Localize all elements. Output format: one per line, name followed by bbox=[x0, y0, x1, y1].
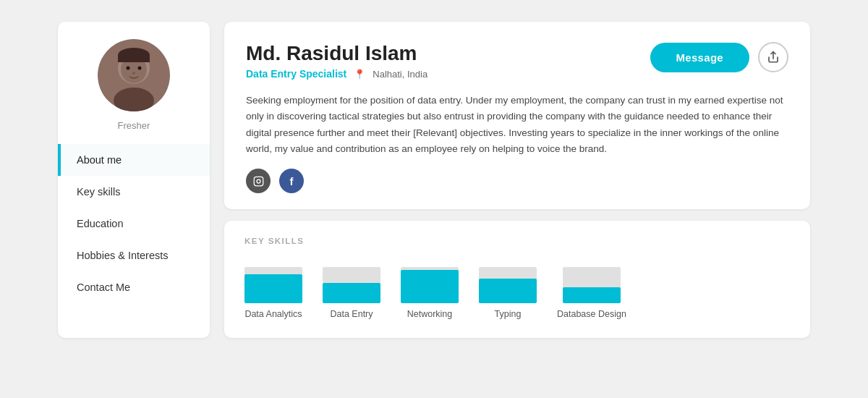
profile-role: Data Entry Specialist bbox=[246, 68, 346, 80]
skill-label-data-analytics: Data Analytics bbox=[244, 309, 302, 319]
skill-data-analytics: Data Analytics bbox=[244, 260, 302, 319]
skill-bar-typing bbox=[479, 260, 537, 303]
sidebar-item-hobbies[interactable]: Hobbies & Interests bbox=[58, 240, 210, 271]
skill-bar-database-design bbox=[563, 260, 621, 303]
message-button[interactable]: Message bbox=[650, 43, 749, 72]
svg-point-6 bbox=[127, 67, 130, 70]
skill-label-typing: Typing bbox=[495, 309, 522, 319]
fresher-label: Fresher bbox=[118, 120, 150, 131]
profile-card: Md. Rasidul Islam Data Entry Specialist … bbox=[224, 22, 810, 209]
facebook-icon: f bbox=[290, 175, 294, 187]
instagram-icon bbox=[253, 176, 264, 187]
profile-actions: Message bbox=[650, 42, 788, 72]
skills-grid: Data Analytics Data Entry Netw bbox=[244, 260, 790, 319]
profile-bio: Seeking employment for the position of d… bbox=[246, 93, 788, 157]
svg-point-8 bbox=[132, 72, 135, 75]
skill-database-design: Database Design bbox=[557, 260, 626, 319]
svg-point-7 bbox=[138, 67, 142, 70]
skill-label-networking: Networking bbox=[407, 309, 453, 319]
skills-section-title: KEY SKILLS bbox=[244, 237, 790, 245]
main-content: Md. Rasidul Islam Data Entry Specialist … bbox=[224, 22, 810, 338]
svg-point-12 bbox=[260, 178, 261, 179]
skill-typing: Typing bbox=[479, 260, 537, 319]
profile-name: Md. Rasidul Islam bbox=[246, 42, 427, 65]
facebook-button[interactable]: f bbox=[279, 169, 304, 193]
profile-info: Md. Rasidul Islam Data Entry Specialist … bbox=[246, 42, 427, 88]
avatar bbox=[98, 39, 170, 111]
svg-point-11 bbox=[257, 179, 260, 183]
sidebar-item-contact[interactable]: Contact Me bbox=[58, 271, 210, 303]
skill-label-database-design: Database Design bbox=[557, 309, 626, 319]
svg-rect-10 bbox=[254, 177, 263, 186]
profile-location: Nalhati, India bbox=[373, 69, 427, 80]
profile-role-row: Data Entry Specialist 📍 Nalhati, India bbox=[246, 68, 427, 80]
sidebar-item-education[interactable]: Education bbox=[58, 208, 210, 240]
profile-header: Md. Rasidul Islam Data Entry Specialist … bbox=[246, 42, 788, 88]
page-container: Fresher About me Key skills Education Ho… bbox=[58, 22, 810, 338]
skill-label-data-entry: Data Entry bbox=[330, 309, 373, 319]
nav-menu: About me Key skills Education Hobbies & … bbox=[58, 144, 210, 303]
skill-bar-networking bbox=[401, 260, 459, 303]
location-pin-icon: 📍 bbox=[354, 69, 365, 80]
sidebar: Fresher About me Key skills Education Ho… bbox=[58, 22, 210, 338]
share-icon bbox=[767, 51, 780, 64]
sidebar-item-about-me[interactable]: About me bbox=[58, 144, 210, 176]
svg-rect-5 bbox=[118, 55, 150, 62]
sidebar-item-key-skills[interactable]: Key skills bbox=[58, 176, 210, 208]
skill-bar-data-entry bbox=[323, 260, 380, 303]
skill-bar-data-analytics bbox=[244, 260, 302, 303]
skill-networking: Networking bbox=[401, 260, 459, 319]
social-icons: f bbox=[246, 169, 788, 193]
skill-data-entry: Data Entry bbox=[323, 260, 380, 319]
instagram-button[interactable] bbox=[246, 169, 271, 193]
skills-card: KEY SKILLS Data Analytics Data E bbox=[224, 221, 810, 338]
share-button[interactable] bbox=[758, 42, 788, 72]
